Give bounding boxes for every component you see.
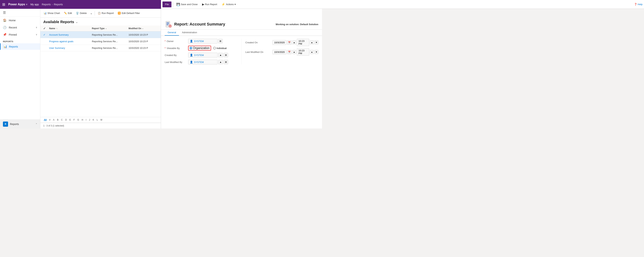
detail-header: R Report: Account Summary Working on sol… [161, 18, 322, 30]
app-chevron-icon[interactable]: ∨ [26, 3, 28, 6]
row-name-0[interactable]: Account Summary [49, 34, 92, 36]
edit-button[interactable]: ✏️ Edit [62, 11, 74, 16]
row-modified-0: 10/3/2020 10:23 P [128, 34, 158, 36]
last-modified-on-sort-up[interactable]: ▲ [292, 50, 296, 54]
tab-general[interactable]: General [165, 30, 179, 36]
alpha-all[interactable]: All [43, 118, 47, 122]
last-modified-user-icon: 👤 [190, 61, 193, 64]
alpha-hash[interactable]: # [48, 118, 51, 122]
last-modified-on-time-sort-up[interactable]: ▲ [310, 50, 314, 54]
sidebar-item-home[interactable]: 🏠 Home [0, 17, 40, 24]
sidebar-bottom-reports[interactable]: R Reports ⌃ [0, 120, 40, 129]
actions-icon: ⚡ [222, 3, 225, 6]
alpha-d[interactable]: D [65, 118, 68, 122]
show-chart-button[interactable]: 📊 Show Chart [42, 11, 62, 16]
created-on-date[interactable]: 10/3/2020 [272, 40, 286, 45]
table-row[interactable]: User Summary Reporting Services Re... 10… [40, 45, 161, 51]
alpha-b[interactable]: B [56, 118, 59, 122]
owner-row: * Owner 👤 SYSTEM ⊞ [165, 39, 238, 44]
delete-button[interactable]: 🗑️ Delete [74, 11, 88, 16]
check-all-icon[interactable]: ✓ [43, 27, 46, 30]
created-on-time-sort-up[interactable]: ▲ [310, 40, 314, 45]
created-on-calendar-button[interactable]: 📅 [287, 40, 292, 45]
col-check-header[interactable]: ✓ [43, 27, 49, 30]
more-button[interactable]: ⌄ [89, 11, 94, 16]
tab-administration[interactable]: Administration [179, 30, 200, 36]
run-report-ribbon-button[interactable]: ▶ Run Report [200, 2, 219, 7]
alpha-m[interactable]: M [100, 118, 103, 122]
sidebar-item-pinned[interactable]: 📌 Pinned ∨ [0, 31, 40, 38]
col-modified-header[interactable]: Modified On ⌄ [128, 27, 158, 30]
svg-rect-1 [166, 22, 169, 23]
row-name-2[interactable]: User Summary [49, 47, 92, 49]
last-modified-on-date[interactable]: 10/3/2020 [272, 50, 286, 54]
owner-input[interactable]: 👤 SYSTEM [188, 39, 218, 44]
edit-filter-button[interactable]: 🔽 Edit Default Filter [116, 11, 142, 16]
file-button[interactable]: File [162, 2, 172, 7]
created-by-row: Created By 👤 SYSTEM ▲ ⊞ [165, 53, 238, 58]
name-sort-icon[interactable]: ↑↓ [56, 27, 58, 29]
last-modified-lookup[interactable]: ⊞ [224, 60, 228, 64]
sidebar-bottom: R Reports ⌃ [0, 120, 40, 129]
list-title: Available Reports [43, 20, 74, 24]
last-modified-on-calendar-button[interactable]: 📅 [287, 50, 292, 54]
modified-sort-icon[interactable]: ⌄ [142, 27, 144, 29]
breadcrumb-reports[interactable]: Reports [42, 3, 51, 6]
table-row[interactable]: ✓ Account Summary Reporting Services Re.… [40, 31, 161, 38]
last-modified-on-time-sort-down[interactable]: ▼ [314, 50, 318, 54]
sidebar-toggle[interactable]: ☰ [0, 9, 40, 17]
filter-icon: 🔽 [118, 12, 121, 15]
created-by-sort-up[interactable]: ▲ [218, 53, 223, 57]
created-by-lookup[interactable]: ⊞ [224, 53, 228, 57]
alpha-e[interactable]: E [69, 118, 71, 122]
alpha-g[interactable]: G [77, 118, 80, 122]
list-toolbar: 📊 Show Chart ✏️ Edit 🗑️ Delete ⌄ 📋 Run R… [40, 9, 161, 18]
owner-label: * Owner [165, 40, 187, 43]
created-on-time[interactable]: 10:23 PM [297, 39, 309, 46]
owner-field: 👤 SYSTEM ⊞ [188, 39, 238, 44]
detail-form: * Owner 👤 SYSTEM ⊞ * View [161, 36, 322, 67]
row-name-1[interactable]: Progress against goals [49, 40, 92, 43]
row-check-0[interactable]: ✓ [43, 33, 49, 36]
created-on-sort-up[interactable]: ▲ [292, 40, 296, 45]
created-on-label: Created On [245, 41, 271, 44]
alpha-f[interactable]: F [73, 118, 75, 122]
last-modified-sort-up[interactable]: ▲ [218, 60, 223, 64]
alpha-a[interactable]: A [52, 118, 55, 122]
type-sort-icon[interactable]: ⌄ [105, 27, 107, 29]
col-name-header[interactable]: Name ↑↓ [49, 27, 92, 30]
created-on-time-sort-down[interactable]: ▼ [314, 40, 318, 45]
ind-radio-empty [213, 47, 216, 49]
save-close-button[interactable]: 💾 Save and Close [174, 2, 200, 7]
alpha-j[interactable]: J [88, 118, 90, 122]
waffle-icon[interactable]: ⊞ [2, 2, 5, 7]
col-type-header[interactable]: Report Type ⌄ [92, 27, 128, 30]
alpha-l[interactable]: L [96, 118, 98, 122]
my-app-label[interactable]: My app [30, 3, 39, 6]
row-modified-2: 10/3/2020 10:23 P [128, 47, 158, 49]
sidebar-item-recent[interactable]: 🕐 Recent ∨ [0, 24, 40, 31]
alpha-h[interactable]: H [81, 118, 84, 122]
alpha-k[interactable]: K [92, 118, 94, 122]
org-radio-filled [190, 47, 192, 49]
main-layout: ☰ 🏠 Home 🕐 Recent ∨ 📌 Pinned ∨ Reports 📊… [0, 9, 322, 129]
last-modified-on-time[interactable]: 10:23 PM [297, 48, 309, 56]
pin-icon: 📌 [3, 33, 6, 36]
viewable-ind-option[interactable]: Individual [213, 47, 227, 50]
list-title-chevron-icon[interactable]: ⌄ [76, 20, 78, 24]
owner-lookup-button[interactable]: ⊞ [218, 39, 222, 43]
sidebar: ☰ 🏠 Home 🕐 Recent ∨ 📌 Pinned ∨ Reports 📊… [0, 9, 40, 129]
alpha-c[interactable]: C [60, 118, 63, 122]
sidebar-item-reports[interactable]: 📊 Reports [0, 43, 40, 50]
viewable-org-option[interactable]: Organization [188, 46, 211, 51]
actions-button[interactable]: ⚡ Actions ▾ [220, 2, 238, 7]
list-header: Available Reports ⌄ [40, 18, 161, 26]
app-name: Power Apps ∨ [8, 3, 28, 6]
sidebar-section-reports: Reports [0, 38, 40, 43]
ribbon-bar: File 💾 Save and Close ▶ Run Report ⚡ Act… [161, 0, 322, 9]
run-report-button[interactable]: 📋 Run Report [96, 11, 116, 16]
table-row[interactable]: Progress against goals Reporting Service… [40, 38, 161, 45]
alpha-i[interactable]: I [85, 118, 87, 122]
last-modified-by-row: Last Modified By 👤 SYSTEM ▲ ⊞ [165, 60, 238, 64]
viewable-by-row: * Viewable By Organization Individual [165, 46, 238, 51]
